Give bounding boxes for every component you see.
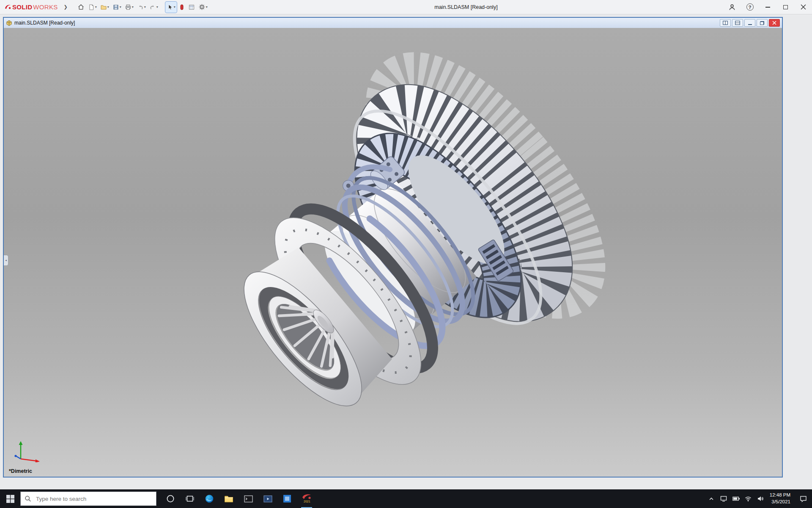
orientation-triad <box>13 438 43 462</box>
doc-restore-icon <box>760 21 764 25</box>
taskbar-solidworks-button[interactable]: 2021 <box>297 489 316 508</box>
doc-close-button[interactable] <box>769 19 780 27</box>
view-orientation-label: *Dimetric <box>9 468 32 474</box>
new-document-caret[interactable]: ▾ <box>95 5 97 9</box>
start-button[interactable] <box>0 489 20 508</box>
solidworks-logo: SOLIDWORKS <box>0 3 61 11</box>
chevron-up-icon <box>708 496 714 501</box>
doc-restore-button[interactable] <box>757 19 768 27</box>
search-input[interactable] <box>35 495 152 502</box>
wifi-icon <box>745 496 752 502</box>
solidworks-logo-icon <box>4 3 11 11</box>
solidworks-app-icon: 2021 <box>301 494 312 504</box>
app-titlebar: SOLIDWORKS ❯ ▾ ▾ <box>0 0 812 14</box>
save-button[interactable]: ▾ <box>111 2 123 13</box>
help-button[interactable]: ? <box>741 0 759 14</box>
task-view-icon <box>186 495 194 502</box>
clock-time: 12:48 PM <box>770 492 790 499</box>
panel-collapse-arrow[interactable]: ◂ <box>4 255 8 266</box>
account-button[interactable] <box>723 0 741 14</box>
select-caret[interactable]: ▾ <box>174 5 176 9</box>
print-caret[interactable]: ▾ <box>132 5 134 9</box>
redo-caret[interactable]: ▾ <box>156 5 158 9</box>
doc-close-icon <box>772 21 776 25</box>
tray-battery-button[interactable] <box>730 489 742 508</box>
action-center-button[interactable] <box>794 489 812 508</box>
taskbar-cortana-button[interactable] <box>161 489 180 508</box>
tile-vertical-button[interactable] <box>720 19 731 27</box>
document-title: main.SLDASM [Read-only] <box>14 20 75 26</box>
taskbar-photos-button[interactable] <box>277 489 297 508</box>
taskbar-console-button[interactable] <box>239 489 258 508</box>
speaker-icon <box>757 496 764 502</box>
clock-date: 3/5/2021 <box>770 499 790 505</box>
snapshot-button[interactable] <box>178 2 186 13</box>
maximize-button[interactable] <box>776 0 794 14</box>
help-icon: ? <box>746 3 754 11</box>
assembly-document-icon <box>6 20 12 26</box>
tray-network-button[interactable] <box>742 489 754 508</box>
main-toolbar: ▾ ▾ ▾ ▾ <box>76 2 209 13</box>
tile-vertical-icon <box>723 21 728 25</box>
print-button[interactable]: ▾ <box>123 2 135 13</box>
undo-caret[interactable]: ▾ <box>144 5 146 9</box>
save-icon <box>112 4 119 11</box>
app-window-title: main.SLDASM [Read-only] <box>209 4 723 10</box>
tray-volume-button[interactable] <box>754 489 767 508</box>
close-icon <box>801 4 806 10</box>
tile-horizontal-icon <box>735 21 740 25</box>
menu-expand-icon[interactable]: ❯ <box>61 4 70 10</box>
select-tool-button[interactable]: ▾ <box>165 2 177 13</box>
taskbar-search[interactable] <box>20 491 156 506</box>
select-cursor-icon <box>167 4 173 11</box>
redo-button[interactable]: ▾ <box>148 2 159 13</box>
action-center-icon <box>800 495 807 502</box>
design-table-icon <box>188 4 195 11</box>
doc-minimize-button[interactable] <box>744 19 755 27</box>
tray-expand-button[interactable] <box>705 489 718 508</box>
file-explorer-icon <box>224 495 233 503</box>
battery-icon <box>732 497 740 501</box>
new-document-icon <box>88 4 95 11</box>
undo-button[interactable]: ▾ <box>136 2 147 13</box>
save-caret[interactable]: ▾ <box>120 5 121 9</box>
user-account-icon <box>728 3 736 11</box>
windows-taskbar: 2021 <box>0 489 812 508</box>
minimize-button[interactable] <box>759 0 776 14</box>
engine-assembly[interactable] <box>191 48 613 464</box>
options-caret[interactable]: ▾ <box>206 5 208 9</box>
system-tray: 12:48 PM 3/5/2021 <box>705 489 812 508</box>
taskbar-file-explorer-button[interactable] <box>219 489 239 508</box>
close-button[interactable] <box>794 0 812 14</box>
home-button[interactable] <box>76 2 86 13</box>
taskbar-media-player-button[interactable] <box>258 489 277 508</box>
edge-browser-icon <box>205 494 214 503</box>
taskbar-edge-button[interactable] <box>200 489 219 508</box>
doc-minimize-icon <box>748 24 752 25</box>
open-caret[interactable]: ▾ <box>107 5 109 9</box>
media-player-icon <box>263 495 272 502</box>
new-document-button[interactable]: ▾ <box>87 2 98 13</box>
taskbar-clock[interactable]: 12:48 PM 3/5/2021 <box>767 492 794 505</box>
svg-text:2021: 2021 <box>304 500 310 503</box>
cortana-icon <box>166 494 175 503</box>
options-gear-icon <box>198 3 206 11</box>
brand-works: WORKS <box>33 3 58 11</box>
search-icon <box>25 495 31 502</box>
document-titlebar[interactable]: main.SLDASM [Read-only] <box>4 18 782 28</box>
open-folder-icon <box>100 4 107 11</box>
home-icon <box>77 3 85 11</box>
design-table-button[interactable] <box>187 2 196 13</box>
graphics-viewport[interactable]: *Dimetric ◂ <box>4 28 782 477</box>
pc-monitor-icon <box>720 496 727 502</box>
document-window-controls <box>720 19 780 27</box>
console-window-icon <box>244 495 253 502</box>
tile-horizontal-button[interactable] <box>732 19 743 27</box>
tray-pc-button[interactable] <box>718 489 730 508</box>
open-button[interactable]: ▾ <box>99 2 110 13</box>
document-window: main.SLDASM [Read-only] <box>3 17 783 478</box>
maximize-icon <box>783 5 788 9</box>
options-button[interactable]: ▾ <box>197 2 209 13</box>
engine-3d-model[interactable] <box>4 28 782 477</box>
taskbar-task-view-button[interactable] <box>180 489 200 508</box>
